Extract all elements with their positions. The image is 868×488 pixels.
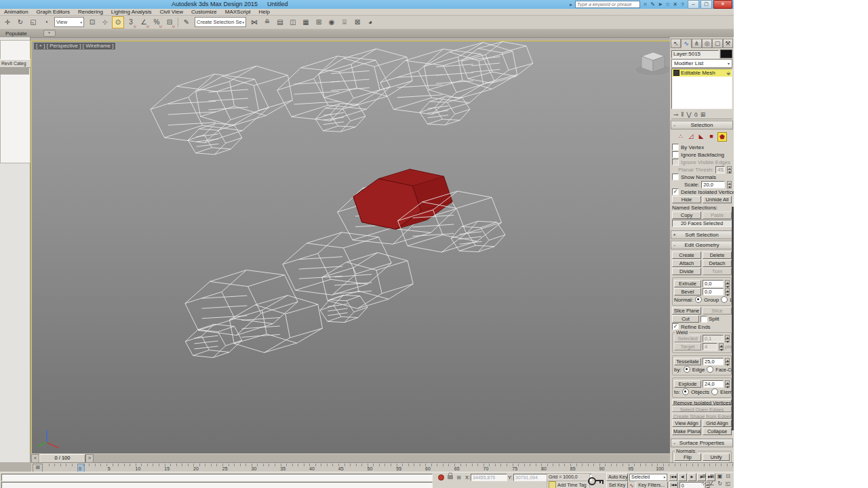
extrude-button[interactable]: Extrude xyxy=(674,280,701,287)
sign-in-icon[interactable]: ➤ xyxy=(656,1,664,8)
orbit-icon[interactable]: ↻ xyxy=(716,481,724,487)
menu-customize[interactable]: Customize xyxy=(187,9,221,15)
previous-frame-icon[interactable]: ◀| xyxy=(678,473,687,481)
edit-named-selections-icon[interactable]: ✎ xyxy=(180,16,193,28)
remove-modifier-icon[interactable]: ō xyxy=(694,111,698,118)
render-setup-icon[interactable]: ⌸ xyxy=(338,16,351,28)
modifier-list-dropdown[interactable]: Modifier List▾ xyxy=(671,59,732,68)
absolute-mode-icon[interactable]: ⊞ xyxy=(455,474,462,481)
extrude-field[interactable]: 0,0 xyxy=(703,280,724,287)
extrude-spinner[interactable] xyxy=(725,280,730,287)
attach-button[interactable]: Attach xyxy=(672,260,701,267)
x-coordinate-field[interactable]: 34455,875 xyxy=(471,474,507,481)
normals-scale-spinner[interactable] xyxy=(727,181,732,188)
render-production-icon[interactable]: ◕ xyxy=(364,16,376,28)
key-filters-button[interactable]: Key Filters... xyxy=(635,481,668,488)
ribbon-minimize-widget[interactable]: ▾ xyxy=(43,30,56,37)
layer-manager-icon[interactable]: ▤ xyxy=(274,16,286,28)
reference-coordinate-dropdown[interactable]: View▾ xyxy=(54,17,84,27)
use-pivot-point-icon[interactable]: ⊡ xyxy=(86,16,98,28)
soft-selection-rollout-header[interactable]: + Soft Selection xyxy=(671,230,733,239)
exchange-apps-icon[interactable]: ✕ xyxy=(671,1,679,8)
zoom-region-icon[interactable]: ⊡ xyxy=(724,473,732,480)
zoom-all-icon[interactable]: ⊛ xyxy=(708,473,715,480)
fov-icon[interactable]: ∠ xyxy=(708,481,715,487)
menu-animation[interactable]: Animation xyxy=(0,9,33,15)
tessellate-button[interactable]: Tessellate xyxy=(674,358,701,365)
menu-lighting-analysis[interactable]: Lighting Analysis xyxy=(107,9,156,15)
select-object-icon[interactable]: ⊙ xyxy=(112,16,124,28)
view-cube[interactable] xyxy=(635,52,670,76)
face-subobject-icon[interactable]: ◣ xyxy=(697,132,705,140)
auto-key-button[interactable]: Auto Key xyxy=(606,473,628,481)
zoom-extents-icon[interactable]: ▣ xyxy=(716,473,724,480)
play-icon[interactable]: ▶ xyxy=(688,473,696,481)
collapse-button[interactable]: Collapse xyxy=(703,428,732,435)
time-tag-button[interactable]: Add Time Tag xyxy=(547,481,590,488)
vertex-subobject-icon[interactable]: ∴ xyxy=(677,132,685,140)
command-panel-scrollbar[interactable] xyxy=(732,207,734,430)
pan-icon[interactable]: ⊹ xyxy=(700,481,707,487)
curve-editor-icon[interactable]: ▦ xyxy=(300,16,312,28)
hide-button[interactable]: Hide xyxy=(672,196,701,203)
tab-motion[interactable]: ◎ xyxy=(702,39,712,48)
tab-modify[interactable]: ∿ xyxy=(681,39,691,48)
populate-tab[interactable]: Populate xyxy=(5,30,27,37)
explode-elements-radio[interactable] xyxy=(711,388,718,395)
normal-group-radio[interactable] xyxy=(695,296,702,303)
tab-display[interactable]: ▢ xyxy=(712,39,722,48)
remove-isolated-vertices-button[interactable]: Remove Isolated Vertices xyxy=(672,399,732,405)
pin-stack-icon[interactable]: ⊸ xyxy=(673,111,679,118)
delete-isolated-vertices-checkbox[interactable]: ✓ xyxy=(672,188,679,195)
edit-geometry-rollout-header[interactable]: - Edit Geometry xyxy=(671,241,733,249)
select-similar-icon[interactable]: ⊹ xyxy=(99,16,111,28)
track-bar-ruler[interactable]: 0510152025303540455055606570758085909510… xyxy=(43,463,734,472)
explode-button[interactable]: Explode xyxy=(674,380,701,388)
normals-scale-field[interactable]: 20,0 xyxy=(701,181,725,188)
tab-create[interactable]: ↖ xyxy=(671,39,681,48)
menu-maxscript[interactable]: MAXScript xyxy=(221,9,255,15)
make-unique-icon[interactable]: ⋁ xyxy=(686,111,691,118)
left-panel-selected-row[interactable] xyxy=(0,67,29,75)
configure-modifier-sets-icon[interactable]: ⊞ xyxy=(701,111,706,118)
select-and-rotate-icon[interactable]: ↻ xyxy=(14,16,26,28)
go-to-start-icon[interactable]: |◀◀ xyxy=(669,473,677,481)
named-selection-set-dropdown[interactable]: Create Selection Se▾ xyxy=(195,17,246,27)
surface-properties-rollout-header[interactable]: - Surface Properties xyxy=(671,439,733,447)
minimize-button[interactable]: – xyxy=(688,0,699,9)
menu-rendering[interactable]: Rendering xyxy=(74,9,107,15)
menu-graph-editors[interactable]: Graph Editors xyxy=(33,9,74,15)
viewport-label[interactable]: [ + ] [ Perspective ] [ Wireframe ] xyxy=(34,43,115,49)
zoom-icon[interactable]: ⊕ xyxy=(700,473,707,480)
search-input[interactable] xyxy=(575,1,640,8)
tessellate-spinner[interactable] xyxy=(725,358,730,365)
y-coordinate-field[interactable]: 30791,094 xyxy=(513,474,550,481)
select-and-move-icon[interactable]: ✛ xyxy=(1,16,14,28)
material-editor-icon[interactable]: ◉ xyxy=(326,16,338,28)
schematic-view-icon[interactable]: ⊞ xyxy=(313,16,325,28)
create-button[interactable]: Create xyxy=(672,251,701,259)
maximize-viewport-icon[interactable]: ◱ xyxy=(724,481,732,487)
detach-button[interactable]: Detach xyxy=(703,260,732,267)
polygon-subobject-icon[interactable]: ■ xyxy=(707,132,715,140)
show-normals-checkbox[interactable] xyxy=(672,174,679,180)
ignore-backfacing-checkbox[interactable] xyxy=(672,151,679,158)
select-and-manipulate-icon[interactable]: ◔ xyxy=(40,16,52,28)
search-icon[interactable]: ⌗ xyxy=(642,1,649,8)
snaps-toggle-icon[interactable]: 3∪ xyxy=(125,16,137,28)
show-end-result-icon[interactable]: ‖ xyxy=(682,111,684,118)
modifier-stack-row[interactable]: Editable Mesh ⬙ xyxy=(672,69,732,77)
select-and-scale-icon[interactable]: ◱ xyxy=(27,16,39,28)
selection-lock-icon[interactable] xyxy=(448,475,453,479)
unify-button[interactable]: Unify xyxy=(703,453,730,461)
set-key-button[interactable]: Set Key xyxy=(606,481,628,488)
angle-snap-icon[interactable]: ∠∪ xyxy=(138,16,150,28)
bevel-field[interactable]: 0,0 xyxy=(703,288,724,296)
grid-align-button[interactable]: Grid Align xyxy=(703,420,732,427)
flip-button[interactable]: Flip xyxy=(674,453,701,461)
spinner-snap-icon[interactable]: ⊟∪ xyxy=(163,16,176,28)
communication-icon[interactable]: ✎ xyxy=(649,1,656,8)
graphite-ribbon-icon[interactable]: ◫ xyxy=(287,16,299,28)
key-mode-icon[interactable] xyxy=(587,474,605,486)
help-icon[interactable]: ? xyxy=(679,1,686,8)
